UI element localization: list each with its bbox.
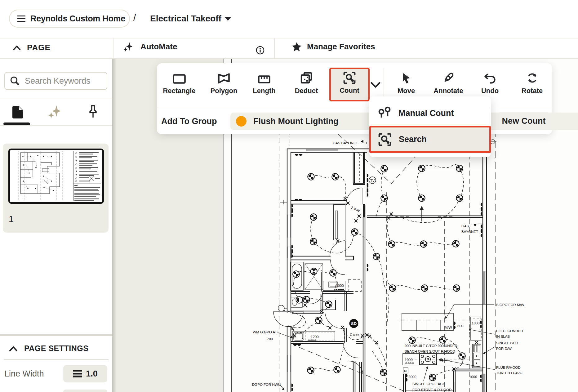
svg-text:900 INBUILT C/TOP 900 UNDER: 900 INBUILT C/TOP 900 UNDER [405, 344, 457, 348]
svg-text:BEACH OVEN S/OUT R/HOOD: BEACH OVEN S/OUT R/HOOD [405, 350, 455, 353]
svg-text:1000: 1000 [405, 358, 413, 362]
svg-text:GAS: GAS [461, 224, 469, 228]
svg-text:2 way: 2 way [350, 332, 359, 336]
svg-text:1000: 1000 [469, 375, 477, 379]
svg-text:1800: 1800 [472, 321, 480, 325]
svg-text:M/W: M/W [445, 326, 452, 329]
svg-text:DGPO FOR HWU: DGPO FOR HWU [252, 383, 281, 386]
svg-text:1200: 1200 [311, 335, 319, 339]
svg-text:IN SLAB: IN SLAB [496, 335, 510, 338]
svg-text:TV: TV [370, 179, 375, 182]
svg-text:FOR STOVE & R.HOOD: FOR STOVE & R.HOOD [412, 388, 451, 392]
svg-text:WM G.GPO AT: WM G.GPO AT [253, 330, 277, 334]
svg-text:800: 800 [457, 324, 463, 328]
svg-text:2000: 2000 [408, 375, 416, 379]
svg-text:SINGLE GPO EACH: SINGLE GPO EACH [412, 382, 445, 386]
svg-text:N: N [404, 369, 407, 373]
svg-text:FLUE R/HOOD: FLUE R/HOOD [496, 366, 521, 369]
svg-text:700: 700 [267, 337, 273, 341]
svg-text:THRU TO EAVE: THRU TO EAVE [496, 371, 522, 375]
svg-text:SINGLE GPO: SINGLE GPO [496, 341, 518, 345]
svg-text:ELEC. CONDUIT: ELEC. CONDUIT [496, 329, 524, 333]
svg-text:S.GPO FOR M/W: S.GPO FOR M/W [496, 303, 524, 307]
svg-text:1: 1 [365, 141, 367, 145]
svg-text:1000: 1000 [336, 284, 344, 287]
svg-text:FOR D/W: FOR D/W [496, 347, 512, 350]
svg-text:GAS BAYONET: GAS BAYONET [333, 141, 358, 145]
svg-text:BAYONET: BAYONET [461, 230, 478, 234]
svg-text:SD: SD [351, 321, 357, 326]
